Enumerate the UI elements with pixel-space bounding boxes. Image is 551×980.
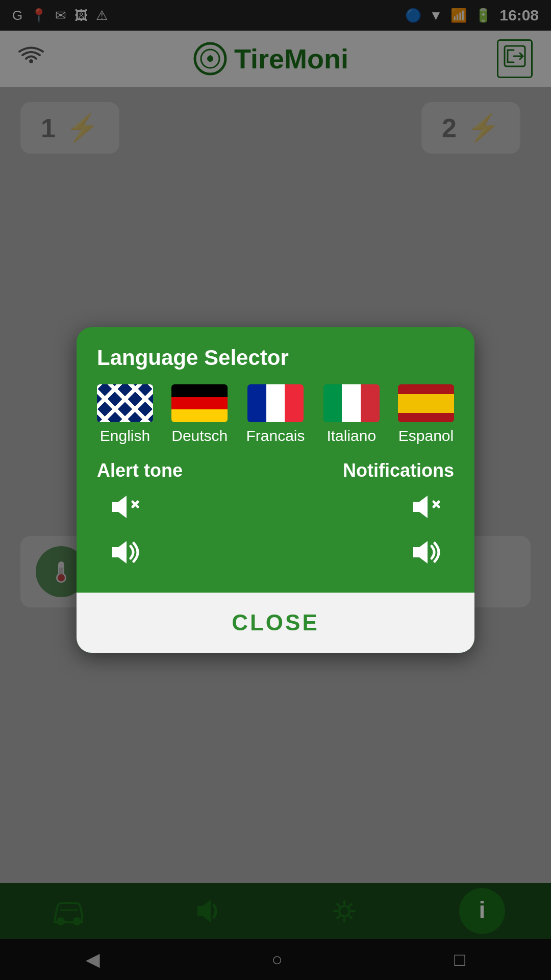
lang-english[interactable]: English	[97, 384, 153, 445]
close-button[interactable]: CLOSE	[77, 593, 474, 653]
modal-footer: CLOSE	[77, 593, 474, 653]
alert-tone-title: Alert tone	[97, 460, 216, 481]
modal-overlay: Language Selector English Deutsch	[0, 0, 551, 980]
lang-espanol-label: Espanol	[398, 427, 454, 445]
flag-fr	[247, 384, 304, 422]
lang-italiano[interactable]: Italiano	[323, 384, 380, 445]
lang-english-label: English	[100, 427, 150, 445]
notifications-mute-button[interactable]	[408, 492, 444, 527]
lang-francais[interactable]: Francais	[246, 384, 305, 445]
settings-row: Alert tone	[97, 460, 454, 572]
flag-uk	[97, 384, 153, 422]
lang-espanol[interactable]: Espanol	[398, 384, 454, 445]
modal-title: Language Selector	[97, 346, 454, 370]
language-row: English Deutsch Francais	[97, 384, 454, 445]
lang-francais-label: Francais	[246, 427, 305, 445]
lang-deutsch[interactable]: Deutsch	[171, 384, 228, 445]
notifications-on-button[interactable]	[408, 537, 444, 572]
flag-it	[323, 384, 380, 422]
language-selector-modal: Language Selector English Deutsch	[77, 327, 474, 653]
lang-deutsch-label: Deutsch	[171, 427, 228, 445]
notifications-section: Notifications	[335, 460, 454, 572]
alert-tone-section: Alert tone	[97, 460, 216, 572]
notifications-controls	[335, 492, 454, 572]
flag-es	[398, 384, 454, 422]
alert-tone-on-button[interactable]	[107, 537, 143, 572]
alert-tone-controls	[97, 492, 216, 572]
modal-body: Language Selector English Deutsch	[77, 327, 474, 593]
alert-tone-mute-button[interactable]	[107, 492, 143, 527]
lang-italiano-label: Italiano	[327, 427, 376, 445]
notifications-title: Notifications	[335, 460, 454, 481]
flag-de	[171, 384, 228, 422]
